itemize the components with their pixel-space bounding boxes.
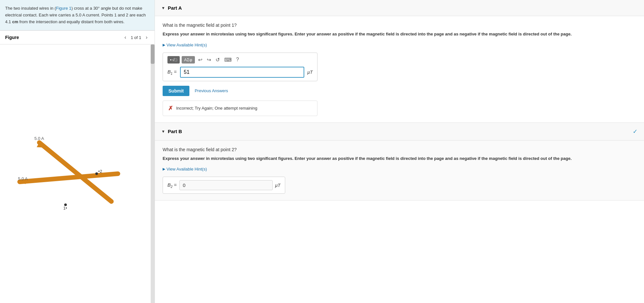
figure-link[interactable]: Figure 1: [56, 6, 72, 11]
part-b-checkmark: ✓: [633, 128, 638, 135]
part-a-hint-link[interactable]: ▶ View Available Hint(s): [163, 43, 207, 47]
part-a-toggle[interactable]: ▼: [161, 6, 165, 10]
undo-button[interactable]: ↩: [197, 56, 204, 64]
template-icon: ▪: [170, 57, 172, 62]
part-b-instruction: Express your answer in microteslas using…: [163, 155, 636, 162]
part-b-title: Part B: [168, 129, 182, 134]
feedback-box: ✗ Incorrect; Try Again; One attempt rema…: [163, 101, 317, 116]
part-b-math-input-row: B2 = μT: [167, 180, 280, 190]
figure-counter: 1 of 1: [131, 35, 141, 40]
feedback-text: Incorrect; Try Again; One attempt remain…: [176, 106, 257, 111]
scrollbar-thumb[interactable]: [151, 44, 155, 64]
keyboard-button[interactable]: ⌨: [223, 56, 233, 64]
figure-header: Figure ‹ 1 of 1 ›: [0, 31, 155, 44]
figure-canvas: 5.0 A 5.0 A •2 1•: [0, 44, 155, 303]
feedback-icon: ✗: [168, 105, 173, 112]
math-toolbar: ▪ √□ ΑΣφ ↩ ↪ ↺ ⌨ ?: [167, 56, 313, 64]
redo-button[interactable]: ↪: [206, 56, 212, 64]
problem-text: The two insulated wires in (Figure 1) cr…: [0, 0, 155, 31]
part-a-unit: μT: [307, 70, 313, 75]
svg-text:5.0 A: 5.0 A: [35, 136, 44, 141]
part-a-instruction: Express your answer in microteslas using…: [163, 31, 636, 37]
svg-point-6: [95, 172, 98, 175]
part-a-title: Part A: [168, 5, 182, 11]
figure-next-button[interactable]: ›: [144, 34, 149, 41]
part-b-content: What is the magnetic field at point 2? E…: [155, 141, 644, 200]
prev-answers-link[interactable]: Previous Answers: [195, 88, 228, 93]
part-a-hint-label: View Available Hint(s): [166, 43, 207, 47]
submit-button[interactable]: Submit: [163, 86, 189, 96]
refresh-button[interactable]: ↺: [214, 56, 221, 64]
part-a-answer-input[interactable]: [180, 67, 304, 78]
part-b-math-label: B2 =: [167, 182, 177, 189]
part-b-hint-link[interactable]: ▶ View Available Hint(s): [163, 167, 207, 171]
submit-row: Submit Previous Answers: [163, 86, 636, 96]
figure-section: Figure ‹ 1 of 1 › 5.0 A: [0, 31, 155, 303]
figure-diagram: 5.0 A 5.0 A •2 1•: [0, 44, 151, 303]
scrollbar-track[interactable]: [151, 44, 155, 303]
part-a-content: What is the magnetic field at point 1? E…: [155, 16, 644, 122]
part-a-header: ▼ Part A: [155, 0, 644, 16]
part-b-section: ▼ Part B ✓ What is the magnetic field at…: [155, 123, 644, 201]
part-a-question: What is the magnetic field at point 1?: [163, 23, 636, 28]
part-a-math-container: ▪ √□ ΑΣφ ↩ ↪ ↺ ⌨ ? B1 = μT: [163, 53, 317, 81]
svg-text:5.0 A: 5.0 A: [18, 176, 28, 181]
part-a-section: ▼ Part A What is the magnetic field at p…: [155, 0, 644, 123]
part-b-answer-input[interactable]: [179, 180, 273, 190]
figure-title: Figure: [5, 35, 120, 40]
symbol-button[interactable]: ΑΣφ: [182, 56, 195, 64]
part-b-toggle[interactable]: ▼: [161, 129, 165, 134]
help-button[interactable]: ?: [235, 56, 240, 63]
template-button[interactable]: ▪ √□: [167, 56, 180, 64]
problem-intro: The two insulated wires in (: [5, 6, 56, 11]
figure-prev-button[interactable]: ‹: [123, 34, 128, 41]
part-b-hint-arrow-icon: ▶: [163, 167, 165, 171]
svg-text:•2: •2: [98, 169, 102, 174]
part-b-math-container: B2 = μT: [163, 177, 285, 194]
math-input-row: B1 = μT: [167, 67, 313, 78]
part-b-question: What is the magnetic field at point 2?: [163, 147, 636, 152]
svg-text:1•: 1•: [63, 206, 67, 211]
part-a-math-label: B1 =: [167, 69, 177, 75]
left-panel: The two insulated wires in (Figure 1) cr…: [0, 0, 155, 303]
right-panel: ▼ Part A What is the magnetic field at p…: [155, 0, 644, 303]
part-b-hint-label: View Available Hint(s): [166, 167, 207, 171]
svg-line-1: [20, 174, 118, 182]
template-radical: √□: [172, 57, 177, 62]
hint-arrow-icon: ▶: [163, 43, 165, 47]
part-b-header: ▼ Part B ✓: [155, 123, 644, 141]
part-b-unit: μT: [275, 183, 280, 188]
